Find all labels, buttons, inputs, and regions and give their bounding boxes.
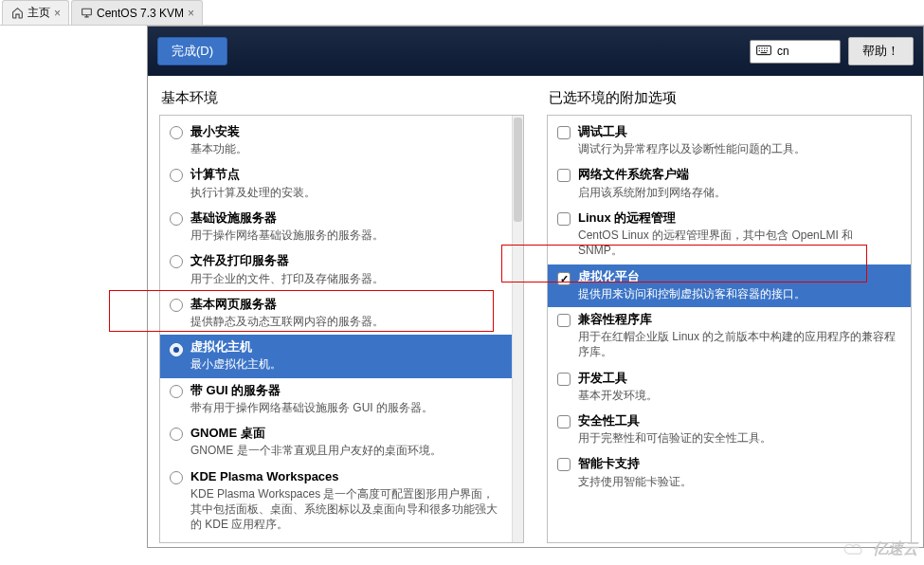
option-desc: 最小虚拟化主机。 (190, 356, 498, 372)
option-title: 虚拟化主机 (190, 339, 498, 355)
addon-column: 已选环境的附加选项 调试工具调试行为异常程序以及诊断性能问题的工具。网络文件系统… (547, 85, 912, 543)
radio-icon (170, 299, 183, 312)
addon-option[interactable]: 开发工具基本开发环境。 (548, 366, 911, 409)
option-desc: 提供静态及动态互联网内容的服务器。 (190, 314, 498, 329)
close-icon[interactable]: × (54, 7, 61, 20)
env-option[interactable]: 基本网页服务器提供静态及动态互联网内容的服务器。 (160, 292, 512, 335)
tab-vm-label: CentOS 7.3 KVM (97, 7, 184, 20)
base-env-column: 基本环境 最小安装基本功能。计算节点执行计算及处理的安装。基础设施服务器用于操作… (159, 85, 524, 543)
option-desc: 用于在红帽企业版 Linux 的之前版本中构建的应用程序的兼容程序库。 (578, 329, 897, 359)
svg-rect-1 (757, 46, 771, 54)
option-title: 兼容性程序库 (578, 312, 897, 327)
option-title: Linux 的远程管理 (578, 210, 897, 226)
option-desc: 用于企业的文件、打印及存储服务器。 (190, 271, 498, 286)
scrollbar[interactable] (512, 116, 523, 542)
env-option[interactable]: 开发及生成工作站用于软件、硬件、图形或者内容开发的工作站。 (160, 538, 512, 542)
addon-option[interactable]: 智能卡支持支持使用智能卡验证。 (548, 451, 911, 494)
option-title: 最小安装 (190, 124, 498, 139)
addon-option[interactable]: 虚拟化平台提供用来访问和控制虚拟访客和容器的接口。 (548, 264, 911, 307)
option-desc: GNOME 是一个非常直观且用户友好的桌面环境。 (190, 443, 498, 458)
radio-icon (170, 212, 183, 226)
checkbox-icon (557, 458, 571, 471)
keyboard-layout-indicator[interactable]: cn (750, 40, 841, 64)
checkbox-icon (557, 212, 571, 226)
option-title: 文件及打印服务器 (190, 253, 498, 268)
help-button[interactable]: 帮助！ (848, 37, 914, 65)
watermark-text: 亿速云 (873, 539, 918, 559)
env-option[interactable]: 计算节点执行计算及处理的安装。 (160, 162, 512, 205)
keyboard-layout-label: cn (777, 45, 789, 58)
radio-icon (170, 471, 183, 484)
option-desc: 执行计算及处理的安装。 (190, 185, 498, 200)
checkbox-icon (557, 169, 571, 182)
env-option[interactable]: 基础设施服务器用于操作网络基础设施服务的服务器。 (160, 206, 512, 248)
option-desc: 用于完整性和可信验证的安全性工具。 (578, 430, 897, 446)
option-title: KDE Plasma Workspaces (190, 469, 498, 484)
option-desc: KDE Plasma Workspaces 是一个高度可配置图形用户界面，其中包… (190, 486, 498, 533)
addon-heading: 已选环境的附加选项 (549, 89, 912, 107)
radio-icon (170, 126, 183, 139)
browser-tabbar: 主页 × CentOS 7.3 KVM × (0, 0, 924, 26)
svg-rect-0 (82, 9, 91, 15)
option-desc: 基本功能。 (190, 141, 498, 156)
tab-home-label: 主页 (27, 5, 50, 21)
checkbox-icon (557, 415, 571, 428)
env-option[interactable]: KDE Plasma WorkspacesKDE Plasma Workspac… (160, 465, 512, 538)
option-title: 计算节点 (190, 167, 498, 182)
addon-option[interactable]: 安全性工具用于完整性和可信验证的安全性工具。 (548, 409, 911, 451)
radio-icon (170, 385, 183, 398)
addon-list: 调试工具调试行为异常程序以及诊断性能问题的工具。网络文件系统客户端启用该系统附加… (547, 115, 912, 543)
base-env-list: 最小安装基本功能。计算节点执行计算及处理的安装。基础设施服务器用于操作网络基础设… (159, 115, 524, 543)
option-desc: 调试行为异常程序以及诊断性能问题的工具。 (578, 141, 897, 156)
radio-icon (170, 343, 183, 356)
option-desc: 基本开发环境。 (578, 388, 897, 403)
env-option[interactable]: 文件及打印服务器用于企业的文件、打印及存储服务器。 (160, 248, 512, 291)
option-desc: 提供用来访问和控制虚拟访客和容器的接口。 (578, 286, 897, 301)
base-env-heading: 基本环境 (161, 89, 524, 107)
addon-option[interactable]: 调试工具调试行为异常程序以及诊断性能问题的工具。 (548, 119, 911, 162)
done-button[interactable]: 完成(D) (157, 37, 227, 65)
installer-window: 完成(D) cn 帮助！ 基本环境 最小安装基本功能。计算节点执行计算及处理的安… (147, 26, 924, 548)
env-option[interactable]: GNOME 桌面GNOME 是一个非常直观且用户友好的桌面环境。 (160, 421, 512, 464)
checkbox-icon (557, 373, 571, 386)
option-title: 基础设施服务器 (190, 210, 498, 226)
keyboard-icon (756, 45, 771, 59)
env-option[interactable]: 最小安装基本功能。 (160, 119, 512, 162)
option-title: 智能卡支持 (578, 456, 897, 471)
option-desc: 用于操作网络基础设施服务的服务器。 (190, 228, 498, 243)
tab-vm[interactable]: CentOS 7.3 KVM × (71, 0, 203, 25)
monitor-icon (80, 7, 93, 20)
radio-icon (170, 255, 183, 268)
option-desc: 启用该系统附加到网络存储。 (578, 185, 897, 200)
installer-topbar: 完成(D) cn 帮助！ (148, 27, 923, 76)
option-desc: 带有用于操作网络基础设施服务 GUI 的服务器。 (190, 400, 498, 415)
option-title: 带 GUI 的服务器 (190, 383, 498, 398)
option-title: GNOME 桌面 (190, 426, 498, 441)
home-icon (10, 7, 24, 20)
env-option[interactable]: 虚拟化主机最小虚拟化主机。 (160, 335, 512, 377)
option-title: 开发工具 (578, 371, 897, 386)
radio-icon (170, 428, 183, 441)
addon-option[interactable]: Linux 的远程管理CentOS Linux 的远程管理界面，其中包含 Ope… (548, 206, 911, 264)
checkbox-icon (557, 272, 571, 285)
close-icon[interactable]: × (188, 7, 194, 20)
checkbox-icon (557, 126, 571, 139)
watermark: 亿速云 (842, 539, 918, 559)
checkbox-icon (557, 314, 571, 327)
env-option[interactable]: 带 GUI 的服务器带有用于操作网络基础设施服务 GUI 的服务器。 (160, 378, 512, 421)
tab-home[interactable]: 主页 × (2, 0, 69, 25)
option-desc: CentOS Linux 的远程管理界面，其中包含 OpenLMI 和 SNMP… (578, 228, 897, 258)
option-title: 虚拟化平台 (578, 269, 897, 284)
radio-icon (170, 169, 183, 182)
option-desc: 支持使用智能卡验证。 (578, 474, 897, 489)
option-title: 安全性工具 (578, 413, 897, 428)
option-title: 基本网页服务器 (190, 297, 498, 312)
addon-option[interactable]: 网络文件系统客户端启用该系统附加到网络存储。 (548, 162, 911, 205)
option-title: 网络文件系统客户端 (578, 167, 897, 182)
addon-option[interactable]: 兼容性程序库用于在红帽企业版 Linux 的之前版本中构建的应用程序的兼容程序库… (548, 307, 911, 366)
option-title: 调试工具 (578, 124, 897, 139)
